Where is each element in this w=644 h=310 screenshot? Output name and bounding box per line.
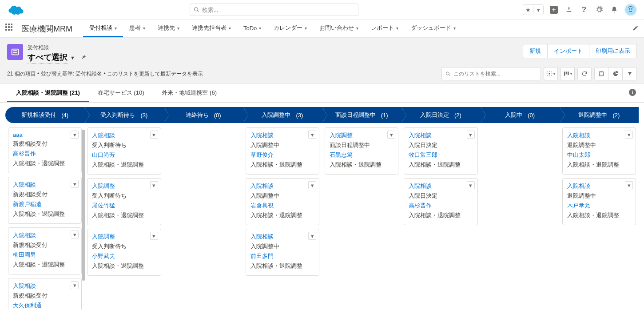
nav-tab-1[interactable]: 患者▾	[123, 20, 151, 37]
card-title[interactable]: 入院相談	[409, 182, 473, 190]
kanban-card[interactable]: ▾入院相談入院日決定高杉晋作入院相談・退院調整	[404, 178, 477, 225]
list-view-controls-gear-icon[interactable]: ▾	[544, 67, 558, 80]
card-title[interactable]: 入院相談	[13, 231, 77, 239]
import-button[interactable]: インポート	[548, 44, 589, 58]
nav-tab-8[interactable]: ダッシュボード▾	[405, 20, 462, 37]
card-person-link[interactable]: 中山太郎	[567, 151, 631, 159]
favorites-dropdown-icon[interactable]: ▾	[533, 5, 543, 15]
nav-tab-5[interactable]: カレンダー▾	[267, 20, 313, 37]
kanban-card[interactable]: ▾入院相談入院調整中前田多門入院相談・退院調整	[246, 229, 319, 276]
card-person-link[interactable]: 前田多門	[250, 252, 314, 260]
card-person-link[interactable]: 草野俊介	[250, 151, 314, 159]
chevron-down-icon[interactable]: ▾	[453, 26, 456, 31]
global-search-input[interactable]	[202, 7, 354, 13]
favorite-star-icon[interactable]: ★	[523, 5, 533, 15]
card-menu-icon[interactable]: ▾	[625, 131, 633, 139]
help-icon[interactable]: ?	[579, 5, 589, 15]
setup-gear-icon[interactable]	[594, 5, 604, 15]
list-view-title[interactable]: すべて選択	[28, 52, 68, 64]
card-title[interactable]: 入院相談	[409, 131, 473, 139]
card-person-link[interactable]: 新渡戸稲造	[13, 200, 77, 208]
card-menu-icon[interactable]: ▾	[625, 181, 633, 189]
card-person-link[interactable]: 高杉晋作	[409, 202, 473, 210]
nav-tab-3[interactable]: 連携先担当者▾	[186, 20, 237, 37]
kanban-card[interactable]: ▾入院相談入院調整中岩倉具視入院相談・退院調整	[246, 178, 319, 225]
card-menu-icon[interactable]: ▾	[71, 180, 79, 188]
chevron-down-icon[interactable]: ▾	[229, 26, 231, 31]
nav-tab-0[interactable]: 受付相談▾	[83, 20, 123, 37]
card-title[interactable]: 入院相談	[567, 182, 631, 190]
kanban-tab-1[interactable]: 在宅サービス (10)	[89, 83, 153, 102]
kanban-tab-2[interactable]: 外来・地域連携室 (6)	[153, 83, 226, 102]
kanban-card[interactable]: ▾入院相談受入判断待ち山口尚芳入院相談・退院調整	[87, 127, 161, 175]
notifications-bell-icon[interactable]	[609, 5, 619, 15]
global-search[interactable]	[190, 4, 358, 16]
card-menu-icon[interactable]: ▾	[150, 131, 158, 139]
salesforce-logo[interactable]	[7, 4, 25, 16]
refresh-icon[interactable]	[577, 67, 592, 80]
nav-tab-2[interactable]: 連携先▾	[151, 20, 186, 37]
kanban-card[interactable]: ▾入院調整受入判断待ち尾佐竹猛入院相談・退院調整	[87, 178, 161, 225]
card-title[interactable]: 入院相談	[250, 182, 314, 190]
chevron-down-icon[interactable]: ▼	[70, 55, 75, 60]
chevron-down-icon[interactable]: ▾	[396, 26, 398, 31]
stage-header-4[interactable]: 面談日程調整中(1)	[322, 107, 401, 123]
pin-icon[interactable]	[80, 54, 87, 62]
card-menu-icon[interactable]: ▾	[308, 181, 316, 189]
add-icon[interactable]	[549, 5, 559, 15]
stage-header-6[interactable]: 入院中(0)	[481, 107, 560, 123]
kanban-card[interactable]: ▾入院相談新規相談受付大久保利通	[8, 278, 82, 310]
stage-header-2[interactable]: 連絡待ち(0)	[164, 107, 243, 123]
card-title[interactable]: 入院調整	[92, 233, 156, 241]
chevron-down-icon[interactable]: ▾	[177, 26, 179, 31]
kanban-card[interactable]: ▾入院相談入院日決定牧口常三郎入院相談・退院調整	[404, 127, 477, 175]
card-menu-icon[interactable]: ▾	[71, 131, 79, 139]
card-person-link[interactable]: 小野武夫	[92, 252, 156, 260]
card-title[interactable]: 入院相談	[92, 131, 156, 139]
card-person-link[interactable]: 尾佐竹猛	[92, 202, 156, 210]
card-title[interactable]: 入院相談	[13, 181, 77, 189]
chevron-down-icon[interactable]: ▾	[143, 26, 145, 31]
salesforce-cloud-icon[interactable]	[564, 5, 574, 15]
card-title[interactable]: 入院調整	[330, 131, 394, 139]
stage-header-7[interactable]: 退院調整中(2)	[560, 107, 639, 123]
kanban-card[interactable]: ▾入院相談入院調整中草野俊介入院相談・退院調整	[246, 127, 319, 175]
nav-tab-7[interactable]: レポート▾	[365, 20, 405, 37]
nav-tab-6[interactable]: お問い合わせ▾	[313, 20, 365, 37]
kanban-card[interactable]: ▾入院調整受入判断待ち小野武夫入院相談・退院調整	[87, 229, 161, 276]
chevron-down-icon[interactable]: ▾	[115, 26, 117, 31]
card-person-link[interactable]: 石黒忠篤	[330, 151, 394, 159]
card-person-link[interactable]: 大久保利通	[13, 302, 77, 310]
card-person-link[interactable]: 高杉晋作	[13, 150, 77, 158]
display-as-kanban-icon[interactable]: ▾	[561, 67, 575, 80]
card-title[interactable]: aaa	[13, 131, 77, 138]
chevron-down-icon[interactable]: ▾	[356, 26, 358, 31]
stage-header-5[interactable]: 入院日決定(2)	[401, 107, 480, 123]
stage-header-3[interactable]: 入院調整中(3)	[243, 107, 322, 123]
card-person-link[interactable]: 柳田國男	[13, 251, 77, 259]
kanban-card[interactable]: ▾入院相談退院調整中木戸孝允入院相談・退院調整	[562, 178, 636, 225]
card-menu-icon[interactable]: ▾	[308, 232, 316, 240]
kanban-card[interactable]: ▾入院調整面談日程調整中石黒忠篤入院相談・退院調整	[325, 127, 398, 175]
chevron-down-icon[interactable]: ▾	[259, 26, 261, 31]
card-person-link[interactable]: 木戸孝允	[567, 202, 631, 210]
filter-icon[interactable]	[623, 67, 637, 80]
edit-nav-pencil-icon[interactable]	[632, 25, 639, 32]
stage-header-1[interactable]: 受入判断待ち(3)	[84, 107, 163, 123]
card-menu-icon[interactable]: ▾	[150, 181, 158, 189]
chart-icon[interactable]	[608, 67, 623, 80]
kanban-tab-0[interactable]: 入院相談・退院調整 (21)	[7, 83, 89, 102]
kanban-card[interactable]: ▾aaa新規相談受付高杉晋作入院相談・退院調整	[8, 127, 82, 173]
card-title[interactable]: 入院調整	[92, 182, 156, 190]
card-title[interactable]: 入院相談	[250, 233, 314, 241]
chevron-down-icon[interactable]: ▾	[305, 26, 307, 31]
card-title[interactable]: 入院相談	[567, 131, 631, 139]
list-search-input[interactable]	[453, 71, 537, 77]
card-person-link[interactable]: 牧口常三郎	[409, 151, 473, 159]
card-menu-icon[interactable]: ▾	[387, 131, 395, 139]
card-title[interactable]: 入院相談	[250, 131, 314, 139]
card-menu-icon[interactable]: ▾	[467, 131, 475, 139]
printable-view-button[interactable]: 印刷用に表示	[589, 44, 637, 58]
card-menu-icon[interactable]: ▾	[467, 181, 475, 189]
info-icon[interactable]: i	[629, 89, 636, 96]
